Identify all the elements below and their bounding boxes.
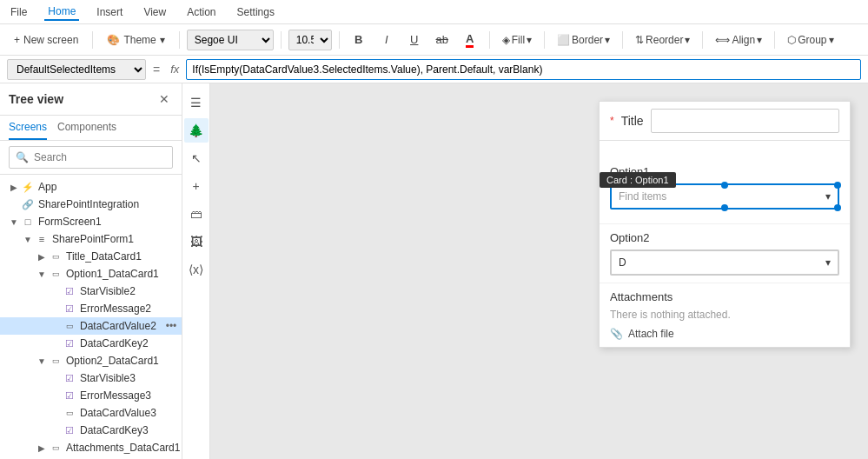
fill-label: Fill [512, 34, 525, 46]
option2-dropdown[interactable]: D ▾ [610, 249, 839, 276]
theme-button[interactable]: 🎨 Theme ▾ [100, 30, 171, 50]
reorder-icon: ⇅ [635, 34, 644, 46]
theme-icon: 🎨 [107, 34, 120, 46]
add-control-button[interactable]: + [184, 174, 209, 198]
strikethrough-button[interactable]: ab [430, 30, 454, 50]
font-size-select[interactable]: 10.5 [288, 30, 332, 50]
align-button[interactable]: ⟺ Align ▾ [710, 32, 767, 48]
variables-button[interactable]: ⟨x⟩ [184, 257, 209, 282]
list-item[interactable]: ▶ 🔗 SharePointIntegration [0, 196, 182, 213]
dropdown2-arrow-icon: ▾ [825, 256, 831, 269]
toolbar-separator-2 [179, 31, 180, 49]
media-button[interactable]: 🖼 [184, 230, 209, 254]
list-item[interactable]: ▼ ▭ Option1_DataCard1 [0, 265, 182, 283]
list-item[interactable]: ▶ ☑ StarVisible3 [0, 369, 182, 387]
list-item[interactable]: ▶ ☑ DataCardKey3 [0, 422, 182, 439]
card-icon: ▭ [63, 319, 76, 333]
tree-tab-components[interactable]: Components [57, 116, 116, 140]
card-icon: ▭ [49, 354, 63, 368]
font-color-icon: A [466, 32, 474, 48]
border-button[interactable]: ⬜ Border ▾ [552, 32, 615, 48]
card-tooltip: Card : Option1 [600, 172, 676, 188]
border-label: Border [572, 34, 603, 46]
tree-view-button[interactable]: 🌲 [184, 118, 209, 143]
attach-file-label: Attach file [628, 328, 674, 340]
search-icon: 🔍 [16, 151, 29, 163]
attach-file-button[interactable]: 📎 Attach file [610, 328, 674, 340]
option2-section: Option2 D ▾ [600, 224, 850, 283]
group-icon: ⬡ [787, 34, 796, 46]
data-button[interactable]: 🗃 [184, 202, 209, 226]
fill-button[interactable]: ◈ Fill ▾ [497, 32, 537, 48]
toolbar-separator-7 [622, 31, 623, 49]
list-item[interactable]: ▶ ▭ Attachments_DataCard1 [0, 439, 182, 456]
menu-insert[interactable]: Insert [93, 4, 126, 20]
checkbox-icon: ☑ [63, 336, 76, 350]
tree-item-label: FormScreen1 [38, 216, 182, 228]
form-title-bar: * Title [600, 102, 850, 141]
border-icon: ⬜ [557, 34, 570, 46]
tree-view-close-button[interactable]: ✕ [156, 90, 173, 108]
expand-icon: ▶ [7, 197, 21, 211]
cursor-button[interactable]: ↖ [184, 146, 209, 170]
list-item[interactable]: ▼ ▭ Option2_DataCard1 [0, 352, 182, 369]
bold-button[interactable]: B [347, 30, 371, 50]
menu-home[interactable]: Home [44, 3, 79, 21]
tree-item-more-button[interactable]: ••• [164, 319, 178, 333]
form-icon: ≡ [35, 232, 49, 246]
sharepoint-icon: 🔗 [21, 197, 35, 211]
menu-file[interactable]: File [7, 4, 30, 20]
tree-search-input[interactable] [9, 146, 173, 169]
menu-view[interactable]: View [140, 4, 169, 20]
tree-item-label: SharePointForm1 [52, 233, 182, 245]
tree-view-title: Tree view [9, 92, 63, 106]
option2-value: D [619, 256, 626, 269]
group-button[interactable]: ⬡ Group ▾ [782, 32, 838, 48]
canvas-area: ☰ 🌲 ↖ + 🗃 🖼 ⟨x⟩ * Title Card : Option1 O… [182, 83, 868, 459]
card-icon: ▭ [49, 441, 63, 455]
list-item[interactable]: ▶ ☑ DataCardKey2 [0, 335, 182, 352]
list-item[interactable]: ▶ ▭ DataCardValue2 ••• [0, 317, 182, 335]
list-item[interactable]: ▶ ▭ DataCardValue3 [0, 404, 182, 422]
toolbar-separator-9 [774, 31, 775, 49]
list-item[interactable]: ▶ ☑ ErrorMessage2 [0, 300, 182, 317]
checkbox-icon: ☑ [63, 302, 76, 316]
tree-item-label: DataCardKey3 [80, 424, 182, 436]
toolbar-separator-8 [702, 31, 703, 49]
font-name-select[interactable]: Segoe UI [187, 30, 274, 50]
list-item[interactable]: ▶ ⚡ App [0, 178, 182, 196]
list-item[interactable]: ▶ ☑ ErrorMessage3 [0, 387, 182, 404]
tree-item-label: DataCardValue3 [80, 407, 182, 419]
expand-icon: ▶ [35, 249, 49, 263]
formula-equals: = [149, 63, 163, 76]
card-icon: ▭ [49, 249, 63, 263]
underline-button[interactable]: U [402, 30, 427, 50]
tree-item-label: App [38, 181, 182, 193]
hamburger-button[interactable]: ☰ [184, 90, 209, 115]
border-chevron-icon: ▾ [605, 34, 610, 46]
vertical-toolbar: ☰ 🌲 ↖ + 🗃 🖼 ⟨x⟩ [182, 83, 210, 459]
formula-input[interactable] [186, 59, 861, 80]
toolbar-separator-1 [92, 31, 93, 49]
tree-tab-screens[interactable]: Screens [9, 116, 47, 140]
italic-button[interactable]: I [374, 30, 399, 50]
form-title-label: Title [621, 114, 644, 128]
option2-label: Option2 [610, 231, 839, 244]
form-preview: * Title Card : Option1 Option1 Find item… [599, 101, 851, 348]
menu-bar: File Home Insert View Action Settings [0, 0, 868, 24]
list-item[interactable]: ▶ ▭ Title_DataCard1 [0, 248, 182, 265]
reorder-button[interactable]: ⇅ Reorder ▾ [630, 32, 695, 48]
formula-name-select[interactable]: DefaultSelectedItems [7, 59, 146, 80]
list-item[interactable]: ▶ ☑ StarVisible2 [0, 283, 182, 300]
tree-item-label: DataCardValue2 [80, 320, 164, 332]
list-item[interactable]: ▼ ≡ SharePointForm1 [0, 230, 182, 248]
tree-item-label: Title_DataCard1 [66, 250, 182, 263]
expand-icon: ▶ [49, 284, 63, 298]
checkbox-icon: ☑ [63, 371, 76, 385]
new-screen-button[interactable]: + New screen [7, 30, 85, 50]
list-item[interactable]: ▼ □ FormScreen1 [0, 213, 182, 230]
font-color-button[interactable]: A [458, 30, 482, 50]
menu-action[interactable]: Action [183, 4, 219, 20]
form-title-input[interactable] [651, 109, 839, 133]
menu-settings[interactable]: Settings [234, 4, 278, 20]
